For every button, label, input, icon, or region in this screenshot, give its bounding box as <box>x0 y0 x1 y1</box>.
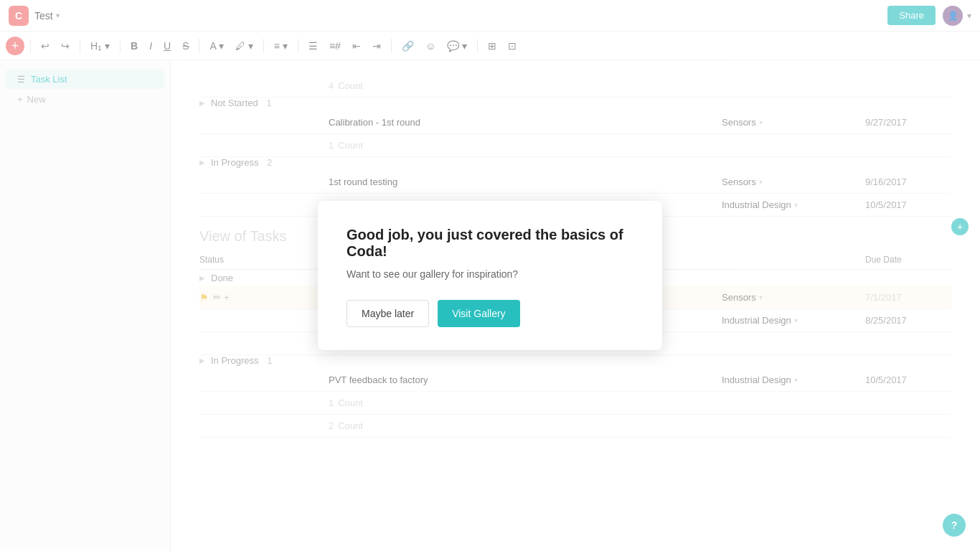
modal-title: Good job, you just covered the basics of… <box>347 227 633 260</box>
modal-overlay: Good job, you just covered the basics of… <box>0 0 980 551</box>
visit-gallery-button[interactable]: Visit Gallery <box>438 300 519 327</box>
modal-actions: Maybe later Visit Gallery <box>347 300 633 327</box>
modal-dialog: Good job, you just covered the basics of… <box>318 201 662 350</box>
maybe-later-button[interactable]: Maybe later <box>347 300 429 327</box>
modal-body: Want to see our gallery for inspiration? <box>347 268 633 280</box>
